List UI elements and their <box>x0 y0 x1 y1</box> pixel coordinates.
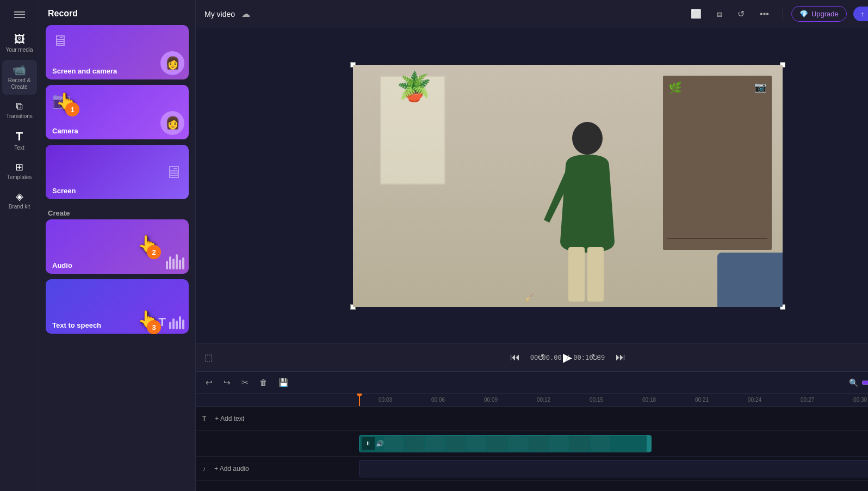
crop-button[interactable]: ⬜ <box>686 5 706 22</box>
shelf-divider <box>667 238 767 239</box>
camera-label: Camera <box>52 127 78 135</box>
shelf-item-2: 📷 <box>754 81 766 93</box>
clip-frame <box>425 436 445 451</box>
ruler-marks: 00:03 00:06 00:09 00:12 00:15 00:18 00:2… <box>359 397 868 403</box>
ruler-mark: 00:09 <box>464 397 517 403</box>
clip-frame <box>529 436 548 451</box>
tts-card[interactable]: Text to speech T <box>46 279 189 334</box>
clip-volume-button[interactable]: 🔊 <box>376 440 384 447</box>
video-title[interactable]: My video <box>204 10 235 19</box>
audio-track-label: ♪ + Add audio <box>196 463 359 475</box>
sidebar-item-record[interactable]: 📹 Record &Create <box>2 60 37 95</box>
skip-forward-button[interactable]: ⏭ <box>611 349 630 365</box>
screen-card[interactable]: Screen 🖥 <box>46 145 189 199</box>
audio-track-icon: ♪ <box>202 465 206 472</box>
sidebar-item-transitions[interactable]: ⧉ Transitions <box>2 97 37 124</box>
sidebar-item-label: Your media <box>5 47 33 53</box>
add-text-button[interactable]: + Add text <box>210 413 249 425</box>
step-badge-2: 2 <box>147 245 161 259</box>
audio-bars-decor <box>166 254 184 269</box>
canvas-area: 🪴 🌿 📷 <box>196 28 868 343</box>
ruler-mark: 00:21 <box>675 397 728 403</box>
shelf-item-1: 🌿 <box>668 81 682 94</box>
text-track-icon: T <box>202 415 206 422</box>
step-badge-3: 3 <box>147 320 161 334</box>
audio-track-content <box>359 459 868 478</box>
text-track-content <box>359 409 868 428</box>
video-track-content: ⏸ 🔊 <box>359 434 868 453</box>
record-icon: 📹 <box>13 64 26 75</box>
vacuum-hint: 🧹 <box>525 293 534 302</box>
sidebar-item-text[interactable]: T Text <box>2 126 37 156</box>
avatar-decor2: 👩 <box>160 111 184 135</box>
playback-bar: ⬚ ⏮ ↺ ▶ ↻ ⏭ 00:00.00 / 00:16.89 ⛶ <box>196 343 868 371</box>
sidebar-item-your-media[interactable]: 🖼 Your media <box>2 29 37 58</box>
clip-frame <box>384 436 404 451</box>
clip-frame <box>591 436 610 451</box>
export-button[interactable]: ↑ Export ▾ <box>853 7 868 21</box>
cut-button[interactable]: ✂ <box>238 376 252 390</box>
save-timeline-button[interactable]: 💾 <box>275 376 292 390</box>
skip-back-button[interactable]: ⏮ <box>506 349 524 365</box>
save-icon[interactable]: ☁ <box>241 9 250 19</box>
menu-button[interactable] <box>9 4 30 25</box>
delete-button[interactable]: 🗑 <box>256 376 271 389</box>
clip-frame <box>570 436 590 451</box>
redo-button[interactable]: ↪ <box>220 376 234 390</box>
avatar-decor: 👩 <box>160 51 184 75</box>
subtitle-icon[interactable]: ⬚ <box>204 352 213 363</box>
ruler-mark: 00:12 <box>517 397 570 403</box>
upgrade-button[interactable]: 💎 Upgrade <box>791 6 847 22</box>
svg-point-0 <box>572 122 603 155</box>
sidebar: 🖼 Your media 📹 Record &Create ⧉ Transiti… <box>0 0 39 491</box>
clip-pause-button[interactable]: ⏸ <box>362 437 375 450</box>
sidebar-item-label: Transitions <box>6 113 33 120</box>
sofa <box>717 253 783 307</box>
person-silhouette <box>538 111 636 307</box>
zoom-slider[interactable] <box>861 378 868 387</box>
sidebar-item-label: Record &Create <box>8 77 31 90</box>
main-area: My video ☁ ⬜ ⧈ ↺ ••• 💎 Upgrade ↑ Export … <box>196 0 868 491</box>
screen-camera-card[interactable]: Screen and camera 👩 🖥 <box>46 25 189 79</box>
clip-frame <box>467 436 486 451</box>
ruler-mark: 00:06 <box>412 397 464 403</box>
step-badge-1: 1 <box>65 102 79 116</box>
timeline-content: 00:03 00:06 00:09 00:12 00:15 00:18 00:2… <box>196 394 868 491</box>
more-options-button[interactable]: ••• <box>755 6 773 22</box>
clip-frame <box>508 436 528 451</box>
screen-decor-icon: 🖥 <box>52 32 67 50</box>
zoom-out-icon: 🔍 <box>849 378 858 387</box>
clip-end-handle[interactable] <box>647 435 651 452</box>
undo-button[interactable]: ↩ <box>202 376 216 390</box>
brand-icon: ◈ <box>16 192 23 201</box>
clip-frame <box>549 436 569 451</box>
sidebar-item-brand[interactable]: ◈ Brand kit <box>2 187 37 214</box>
screen-camera-label: Screen and camera <box>52 67 117 75</box>
flip-button[interactable]: ⧈ <box>712 6 727 22</box>
add-audio-button[interactable]: + Add audio <box>210 463 253 475</box>
audio-track-clip <box>359 460 868 477</box>
timeline-playhead[interactable] <box>359 394 360 406</box>
svg-rect-1 <box>568 247 585 302</box>
sidebar-item-templates[interactable]: ⊞ Templates <box>2 158 37 185</box>
transitions-icon: ⧉ <box>16 101 23 111</box>
media-icon: 🖼 <box>14 34 25 45</box>
reset-button[interactable]: ↺ <box>733 5 749 22</box>
upgrade-gem-icon: 💎 <box>799 10 808 18</box>
text-track-label: T + Add text <box>196 413 359 425</box>
text-track: T + Add text <box>196 407 868 431</box>
shelf-unit: 🌿 📷 <box>663 76 772 250</box>
cursor-indicator-2: 👆 2 <box>137 234 159 255</box>
screen-monitor-icon: 🖥 <box>165 162 182 182</box>
video-clip[interactable]: ⏸ 🔊 <box>359 435 652 452</box>
tts-label: Text to speech <box>52 321 101 329</box>
audio-card[interactable]: Audio <box>46 219 189 274</box>
audio-track: ♪ + Add audio <box>196 457 868 481</box>
ruler-mark: 00:24 <box>728 397 781 403</box>
tts-icon-area: T <box>159 315 184 329</box>
timeline-area: ↩ ↪ ✂ 🗑 💾 🔍 🔍 ⤢ 00:03 <box>196 371 868 491</box>
timeline-toolbar: ↩ ↪ ✂ 🗑 💾 🔍 🔍 ⤢ <box>196 372 868 394</box>
room-scene: 🪴 🌿 📷 <box>353 65 783 307</box>
upgrade-label: Upgrade <box>811 10 839 18</box>
video-frame: 🪴 🌿 📷 <box>353 65 783 307</box>
